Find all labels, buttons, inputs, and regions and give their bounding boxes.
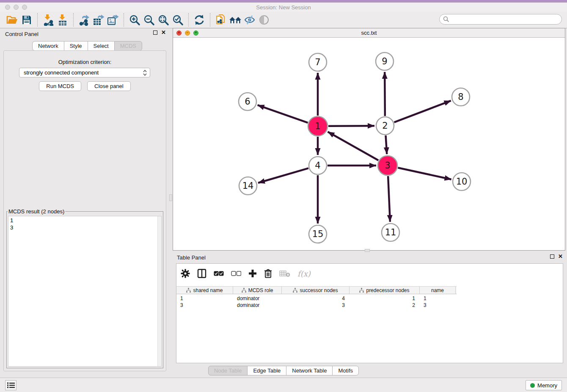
tab-network[interactable]: Network bbox=[32, 41, 64, 51]
graph-node-label-8: 8 bbox=[458, 92, 463, 102]
tab-node-table[interactable]: Node Table bbox=[208, 366, 248, 375]
memory-label: Memory bbox=[537, 382, 557, 389]
horizontal-splitter-grip[interactable] bbox=[365, 249, 370, 252]
graph-edge-2-3[interactable] bbox=[385, 135, 387, 154]
result-line: 3 bbox=[10, 224, 160, 231]
float-panel-icon[interactable] bbox=[153, 30, 157, 35]
import-table-icon[interactable] bbox=[55, 13, 70, 27]
add-column-icon[interactable] bbox=[248, 269, 257, 278]
select-stepper-icon bbox=[143, 69, 147, 77]
delete-column-trash-icon[interactable] bbox=[264, 269, 272, 278]
result-scrollbar[interactable] bbox=[157, 216, 161, 366]
mcds-panel: Optimization criterion: strongly connect… bbox=[3, 50, 166, 371]
tab-style[interactable]: Style bbox=[64, 41, 88, 51]
tab-network-table[interactable]: Network Table bbox=[286, 366, 333, 375]
refresh-icon[interactable] bbox=[192, 13, 206, 27]
graph-edge-3-10[interactable] bbox=[398, 168, 451, 179]
run-mcds-button[interactable]: Run MCDS bbox=[39, 81, 81, 91]
search-input[interactable] bbox=[439, 14, 562, 25]
graph-edge-2-8[interactable] bbox=[394, 101, 451, 122]
mcds-result-fieldset: MCDS result (2 nodes) 1 3 bbox=[6, 208, 163, 368]
column-header-predecessor-nodes[interactable]: predecessor nodes bbox=[350, 287, 420, 294]
column-layout-icon[interactable] bbox=[197, 269, 206, 278]
criterion-value: strongly connected component bbox=[24, 69, 99, 76]
criterion-select[interactable]: strongly connected component bbox=[19, 68, 150, 77]
close-table-panel-icon[interactable]: ✕ bbox=[558, 254, 563, 259]
deselect-all-icon[interactable] bbox=[231, 271, 241, 276]
graph-edge-3-1[interactable] bbox=[328, 132, 379, 160]
node-table-panel: f(x) shared name MCDS role successor nod… bbox=[176, 263, 563, 363]
mcds-result-textarea[interactable]: 1 3 bbox=[8, 216, 162, 367]
graph-node-label-6: 6 bbox=[245, 97, 250, 107]
graph-node-label-9: 9 bbox=[382, 56, 387, 66]
close-panel-icon[interactable]: ✕ bbox=[161, 30, 166, 35]
export-network-icon[interactable] bbox=[77, 13, 91, 27]
mcds-result-title: MCDS result (2 nodes) bbox=[8, 208, 65, 215]
status-bar: Memory bbox=[0, 378, 567, 392]
show-eye-icon[interactable] bbox=[257, 13, 271, 27]
graph-edge-4-14[interactable] bbox=[258, 168, 308, 183]
duplicate-network-icon[interactable] bbox=[214, 13, 228, 27]
select-all-icon[interactable] bbox=[214, 271, 224, 276]
toolbar-separator bbox=[210, 13, 210, 27]
zoom-fit-icon[interactable] bbox=[156, 13, 171, 27]
table-settings-gear-icon[interactable] bbox=[181, 269, 190, 278]
graph-node-label-2: 2 bbox=[382, 121, 388, 131]
toolbar-separator bbox=[188, 13, 189, 27]
network-graph[interactable]: 7968124314101511 bbox=[173, 38, 565, 250]
export-table-icon[interactable] bbox=[91, 13, 106, 27]
graph-edge-2-9[interactable] bbox=[385, 72, 385, 116]
control-panel-title: Control Panel bbox=[5, 31, 39, 37]
column-header-name[interactable]: name bbox=[420, 287, 456, 294]
close-panel-button[interactable]: Close panel bbox=[87, 81, 131, 91]
app-titlebar: Session: New Session bbox=[0, 3, 567, 12]
search-icon bbox=[443, 16, 449, 22]
export-image-icon[interactable] bbox=[106, 13, 120, 27]
import-network-icon[interactable] bbox=[41, 13, 55, 27]
tab-edge-table[interactable]: Edge Table bbox=[247, 366, 286, 375]
memory-button[interactable]: Memory bbox=[526, 380, 562, 390]
column-type-icon bbox=[293, 288, 297, 293]
table-row[interactable]: 3 dominator 3 2 3 bbox=[176, 302, 456, 309]
function-builder-icon: f(x) bbox=[297, 269, 311, 278]
table-row[interactable]: 1 dominator 4 1 1 bbox=[176, 295, 456, 302]
task-history-button[interactable] bbox=[5, 380, 17, 390]
control-panel-tabs: Network Style Select MCDS bbox=[32, 41, 142, 51]
column-type-icon bbox=[186, 288, 191, 293]
hide-selected-icon[interactable] bbox=[242, 13, 257, 27]
zoom-selected-icon[interactable] bbox=[171, 13, 185, 27]
tab-mcds[interactable]: MCDS bbox=[114, 41, 142, 51]
graph-node-label-11: 11 bbox=[385, 227, 396, 237]
graph-node-label-14: 14 bbox=[242, 181, 254, 191]
graph-node-label-4: 4 bbox=[315, 160, 320, 171]
network-window-titlebar: × − + scc.txt bbox=[173, 28, 565, 38]
table-panel-title: Table Panel bbox=[177, 254, 206, 261]
save-icon[interactable] bbox=[19, 13, 34, 27]
table-header-row: shared name MCDS role successor nodes pr… bbox=[176, 286, 457, 294]
control-panel-header: Control Panel ✕ bbox=[0, 28, 170, 39]
graph-edge-1-6[interactable] bbox=[258, 105, 308, 123]
table-toolbar: f(x) bbox=[176, 264, 563, 283]
column-header-mcds-role[interactable]: MCDS role bbox=[233, 287, 282, 294]
home-networks-icon[interactable] bbox=[228, 13, 242, 27]
zoom-out-icon[interactable] bbox=[142, 13, 156, 27]
table-panel-header: Table Panel ✕ bbox=[173, 252, 567, 262]
toolbar-separator bbox=[37, 13, 38, 27]
tab-motifs[interactable]: Motifs bbox=[332, 366, 359, 375]
float-table-panel-icon[interactable] bbox=[550, 254, 554, 259]
toolbar-separator bbox=[73, 13, 74, 27]
vertical-splitter-grip[interactable] bbox=[169, 194, 172, 201]
zoom-in-icon[interactable] bbox=[127, 13, 142, 27]
graph-node-label-15: 15 bbox=[312, 229, 324, 239]
graph-edge-3-11[interactable] bbox=[388, 176, 390, 222]
graph-node-label-10: 10 bbox=[456, 177, 468, 187]
open-folder-icon[interactable] bbox=[5, 13, 19, 27]
graph-node-label-3: 3 bbox=[385, 160, 390, 171]
column-header-shared-name[interactable]: shared name bbox=[176, 287, 233, 294]
toolbar-separator bbox=[124, 13, 124, 27]
tab-select[interactable]: Select bbox=[88, 41, 115, 51]
graph-edge-1-2[interactable] bbox=[328, 126, 374, 126]
optimization-criterion-label: Optimization criterion: bbox=[4, 59, 166, 65]
column-header-successor-nodes[interactable]: successor nodes bbox=[282, 287, 350, 294]
graph-node-label-1: 1 bbox=[315, 121, 320, 131]
